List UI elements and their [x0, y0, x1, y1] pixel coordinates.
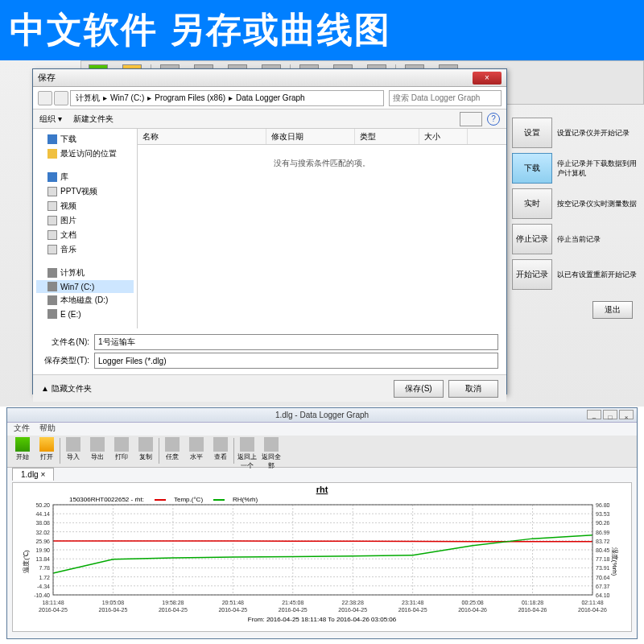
dialog-title: 保存: [38, 72, 473, 84]
view-mode-button[interactable]: [460, 112, 482, 126]
chart-footer: From: 2016-04-25 18:11:48 To 2016-04-26 …: [13, 616, 631, 623]
toolbar-开始[interactable]: 开始: [10, 436, 35, 465]
tree-node[interactable]: 音乐: [36, 242, 134, 257]
svg-text:20:51:48: 20:51:48: [222, 600, 244, 605]
filename-label: 文件名(N):: [41, 336, 89, 348]
svg-text:93.53: 93.53: [596, 511, 610, 517]
legend-item: RH(%rh): [233, 496, 258, 503]
toolbar-导出[interactable]: 导出: [85, 436, 109, 465]
window-titlebar: 1.dlg - Data Logger Graph –□×: [7, 408, 637, 423]
exit-button[interactable]: 退出: [592, 301, 633, 319]
svg-text:25.96: 25.96: [35, 539, 50, 544]
toolbar-复制[interactable]: 复制: [134, 436, 158, 465]
y-axis-right-label: 湿度(%rh): [611, 547, 620, 576]
chart-toolbar: 开始打开导入导出打印复制任意水平查看返回上一个返回全部: [7, 436, 637, 468]
tree-node[interactable]: 视频: [36, 199, 134, 213]
svg-text:2016-04-26: 2016-04-26: [578, 607, 607, 613]
svg-text:64.10: 64.10: [596, 592, 610, 598]
rp-btn-设置[interactable]: 设置: [512, 118, 552, 148]
filename-input[interactable]: [94, 334, 498, 350]
minimize-icon[interactable]: –: [587, 410, 601, 419]
svg-text:-10.40: -10.40: [34, 592, 50, 598]
svg-text:96.80: 96.80: [596, 503, 610, 508]
tree-node[interactable]: 图片: [36, 213, 134, 228]
col-header[interactable]: 修改日期: [266, 129, 355, 144]
toolbar-打开[interactable]: 打开: [35, 436, 59, 465]
tab-file[interactable]: 1.dlg ×: [12, 468, 54, 481]
tree-node[interactable]: 计算机: [36, 266, 134, 280]
crumb[interactable]: 计算机: [76, 93, 100, 104]
toolbar-水平[interactable]: 水平: [184, 436, 208, 465]
chart-area: rht 150306RHT0022652 - rht:Temp.(°C)RH(%…: [12, 482, 632, 632]
svg-text:01:18:28: 01:18:28: [522, 600, 543, 605]
svg-text:02:11:48: 02:11:48: [581, 600, 603, 605]
toolbar-返回上一个[interactable]: 返回上一个: [235, 436, 259, 465]
legend-item: Temp.(°C): [174, 496, 203, 503]
hide-folders-link[interactable]: ▲ 隐藏文件夹: [41, 383, 389, 394]
tree-node[interactable]: 最近访问的位置: [36, 147, 134, 161]
chart-svg: -10.4064.10-4.3467.371.7270.647.7873.911…: [13, 503, 633, 616]
help-icon[interactable]: ?: [487, 113, 500, 126]
col-header[interactable]: 大小: [419, 129, 468, 144]
filetype-label: 保存类型(T):: [41, 355, 89, 366]
tree-node[interactable]: Win7 (C:): [36, 280, 134, 293]
crumb[interactable]: Data Logger Graph: [236, 93, 305, 102]
rp-btn-停止记录[interactable]: 停止记录: [512, 224, 552, 254]
crumb[interactable]: Win7 (C:): [110, 93, 144, 102]
close-icon[interactable]: ×: [619, 410, 634, 419]
svg-text:2016-04-25: 2016-04-25: [99, 607, 128, 613]
filetype-select[interactable]: [94, 353, 498, 369]
tree-node[interactable]: E (E:): [36, 308, 134, 320]
cancel-button[interactable]: 取消: [448, 380, 498, 398]
svg-text:70.64: 70.64: [596, 575, 610, 580]
tree-node[interactable]: 本地磁盘 (D:): [36, 293, 134, 308]
rp-btn-下载[interactable]: 下载: [512, 153, 552, 184]
svg-text:13.84: 13.84: [35, 556, 50, 562]
toolbar-查看[interactable]: 查看: [208, 436, 233, 465]
tree-node[interactable]: 库: [36, 170, 134, 184]
organize-menu[interactable]: 组织 ▾: [39, 114, 62, 125]
svg-text:18:11:48: 18:11:48: [42, 600, 64, 605]
save-button[interactable]: 保存(S): [394, 380, 444, 398]
svg-text:44.14: 44.14: [35, 511, 50, 517]
col-header[interactable]: 名称: [138, 129, 266, 144]
toolbar-任意[interactable]: 任意: [160, 436, 184, 465]
svg-text:2016-04-26: 2016-04-26: [458, 607, 487, 613]
rp-btn-实时[interactable]: 实时: [512, 188, 552, 219]
menu-帮助[interactable]: 帮助: [39, 423, 56, 432]
toolbar-返回全部[interactable]: 返回全部: [259, 436, 283, 465]
forward-icon[interactable]: [54, 91, 68, 105]
file-list: 名称修改日期类型大小 没有与搜索条件匹配的项。: [138, 129, 506, 328]
breadcrumb[interactable]: 计算机▸Win7 (C:)▸Program Files (x86)▸Data L…: [70, 90, 384, 106]
tree-node[interactable]: 文档: [36, 228, 134, 242]
promo-banner: 中文软件 另存或曲线图: [0, 0, 644, 60]
chart-app-window: 1.dlg - Data Logger Graph –□× 文件帮助 开始打开导…: [6, 407, 638, 639]
svg-text:86.99: 86.99: [596, 530, 610, 535]
search-input[interactable]: [389, 90, 502, 106]
back-icon[interactable]: [38, 91, 52, 105]
tree-node[interactable]: PPTV视频: [36, 184, 134, 199]
svg-text:19.90: 19.90: [35, 547, 50, 553]
toolbar-导入[interactable]: 导入: [61, 436, 85, 465]
address-bar-row: 计算机▸Win7 (C:)▸Program Files (x86)▸Data L…: [33, 87, 506, 109]
menu-bar: 文件帮助: [7, 423, 637, 436]
rp-btn-开始记录[interactable]: 开始记录: [512, 259, 552, 290]
chart-title: rht: [13, 483, 631, 496]
svg-text:38.08: 38.08: [35, 520, 50, 526]
svg-text:19:05:08: 19:05:08: [102, 600, 124, 605]
crumb[interactable]: Program Files (x86): [155, 93, 225, 102]
svg-text:2016-04-25: 2016-04-25: [398, 607, 427, 613]
svg-text:73.91: 73.91: [596, 565, 610, 571]
col-header[interactable]: 类型: [355, 129, 419, 144]
svg-text:2016-04-25: 2016-04-25: [39, 607, 68, 613]
tree-node[interactable]: 下载: [36, 132, 134, 147]
svg-text:00:25:08: 00:25:08: [461, 600, 483, 605]
svg-text:50.20: 50.20: [35, 503, 50, 508]
toolbar-打印[interactable]: 打印: [109, 436, 134, 465]
new-folder-button[interactable]: 新建文件夹: [73, 114, 114, 125]
close-icon[interactable]: ×: [473, 72, 502, 85]
device-id: 150306RHT0022652 - rht:: [69, 496, 144, 503]
dialog-titlebar: 保存 ×: [33, 69, 506, 87]
menu-文件[interactable]: 文件: [14, 423, 30, 432]
maximize-icon[interactable]: □: [603, 410, 617, 419]
